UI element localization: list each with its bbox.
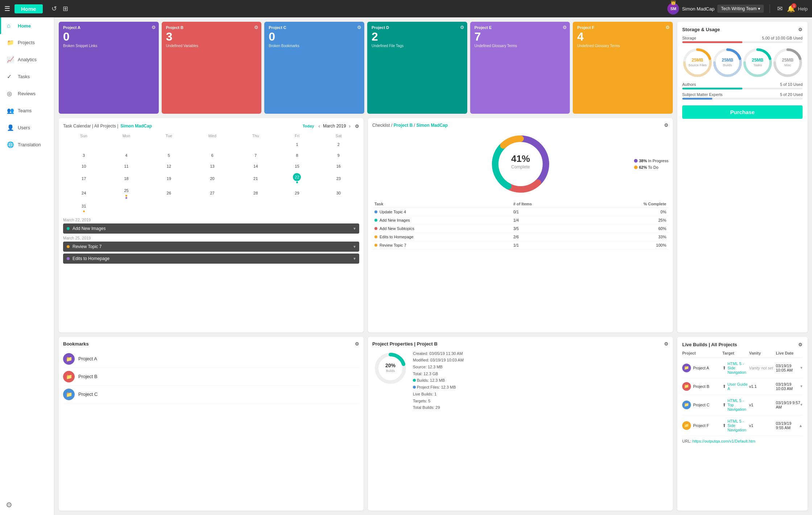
- refresh-button[interactable]: ↺: [50, 3, 58, 14]
- cal-date-cell[interactable]: 15: [276, 161, 318, 172]
- bookmark-item-project-b[interactable]: 📁 Project B: [63, 368, 359, 386]
- cal-today-btn[interactable]: Today: [303, 124, 314, 128]
- sidebar-item-reviews[interactable]: ◎ Reviews: [0, 85, 54, 102]
- cal-date-cell[interactable]: 27: [190, 185, 235, 201]
- cal-date: 31: [80, 202, 88, 210]
- lb-target-link[interactable]: HTML 5 - Side Navigation: [728, 361, 749, 374]
- proj-card-gear[interactable]: ⚙: [666, 25, 670, 30]
- sidebar-item-teams[interactable]: 👥 Teams: [0, 102, 54, 119]
- purchase-button[interactable]: Purchase: [682, 105, 803, 119]
- lb-target-link[interactable]: HTML 5 - Side Navigation: [728, 419, 749, 432]
- cal-next-btn[interactable]: ›: [347, 122, 352, 130]
- proj-card-gear[interactable]: ⚙: [563, 25, 567, 30]
- storage-gear-icon[interactable]: ⚙: [798, 27, 803, 32]
- sidebar-item-translation[interactable]: 🌐 Translation: [0, 136, 54, 153]
- lb-expand-icon[interactable]: ▾: [800, 365, 803, 370]
- props-gear-icon[interactable]: ⚙: [664, 341, 668, 347]
- cal-date-cell[interactable]: 29: [276, 185, 318, 201]
- cal-date-cell[interactable]: 4: [104, 150, 148, 161]
- cal-date-cell[interactable]: 1: [276, 139, 318, 150]
- cal-date-cell[interactable]: 9: [318, 150, 359, 161]
- cal-date-cell[interactable]: 10: [63, 161, 104, 172]
- cal-date-cell[interactable]: 20: [190, 172, 235, 185]
- bookmarks-list: 📁 Project A 📁 Project B 📁 Project C: [63, 350, 359, 403]
- cal-prev-btn[interactable]: ‹: [317, 122, 322, 130]
- project-card-project-a[interactable]: ⚙ Project A 0 Broken Snippet Links: [59, 22, 159, 114]
- lb-target-icon: ⬆: [722, 365, 726, 370]
- translation-icon: 🌐: [7, 141, 14, 148]
- sidebar-item-users[interactable]: 👤 Users: [0, 119, 54, 136]
- cal-date-cell[interactable]: 24: [63, 185, 104, 201]
- bookmark-item-project-a[interactable]: 📁 Project A: [63, 350, 359, 368]
- cal-date-cell[interactable]: 8: [276, 150, 318, 161]
- cal-date: 18: [123, 175, 130, 183]
- cal-date-cell[interactable]: 3: [63, 150, 104, 161]
- project-card-project-f[interactable]: ⚙ Project F 4 Undefined Glossary Terms: [573, 22, 673, 114]
- lb-expand-icon[interactable]: ▾: [800, 402, 803, 407]
- menu-icon[interactable]: ☰: [4, 5, 10, 13]
- live-builds-gear-icon[interactable]: ⚙: [798, 342, 803, 347]
- cal-date-cell[interactable]: 16: [318, 161, 359, 172]
- proj-card-gear[interactable]: ⚙: [152, 25, 156, 30]
- help-button[interactable]: Help: [798, 6, 808, 12]
- cal-date-cell[interactable]: 17: [63, 172, 104, 185]
- cal-date-cell[interactable]: 21: [235, 172, 276, 185]
- cal-date-cell[interactable]: 18: [104, 172, 148, 185]
- cal-date-cell[interactable]: 25: [104, 185, 148, 201]
- cal-gear-icon[interactable]: ⚙: [355, 123, 359, 129]
- task-item-2[interactable]: Edits to Homepage ▾: [63, 254, 359, 264]
- sidebar-item-projects[interactable]: 📁 Projects: [0, 34, 54, 51]
- task-chevron-icon[interactable]: ▾: [353, 226, 356, 231]
- lb-expand-icon[interactable]: ▲: [799, 423, 803, 428]
- cal-date-cell[interactable]: 12: [148, 161, 190, 172]
- task-item-1[interactable]: Review Topic 7 ▾: [63, 242, 359, 252]
- notification-button[interactable]: 🔔 1: [787, 5, 795, 13]
- home-title[interactable]: Home: [14, 4, 43, 13]
- cal-date-cell[interactable]: 11: [104, 161, 148, 172]
- task-chevron-icon[interactable]: ▾: [353, 256, 356, 261]
- svg-text:25MB: 25MB: [691, 58, 703, 63]
- mail-icon[interactable]: ✉: [776, 3, 784, 14]
- project-card-project-e[interactable]: ⚙ Project E 7 Undefined Glossary Terms: [470, 22, 570, 114]
- cal-date: 12: [165, 162, 173, 170]
- task-item-0[interactable]: Add New Images ▾: [63, 223, 359, 234]
- cal-date-cell[interactable]: 5: [148, 150, 190, 161]
- cal-date-cell[interactable]: 13: [190, 161, 235, 172]
- cal-date-cell[interactable]: 31: [63, 201, 104, 214]
- project-card-project-d[interactable]: ⚙ Project D 2 Undefined File Tags: [367, 22, 467, 114]
- top-nav: ☰ Home ↺ ⊞ 👑 SM Simon MadCap Tech Writin…: [0, 0, 812, 17]
- lb-expand-icon[interactable]: ▾: [800, 384, 803, 389]
- sidebar-item-tasks[interactable]: ✓ Tasks: [0, 68, 54, 85]
- cal-date-cell[interactable]: 2: [318, 139, 359, 150]
- sidebar-item-analytics[interactable]: 📈 Analytics: [0, 51, 54, 68]
- settings-icon[interactable]: ⚙: [6, 501, 12, 509]
- project-card-project-c[interactable]: ⚙ Project C 0 Broken Bookmarks: [264, 22, 364, 114]
- proj-card-gear[interactable]: ⚙: [254, 25, 258, 30]
- bookmarks-gear-icon[interactable]: ⚙: [355, 341, 359, 347]
- new-tab-button[interactable]: ⊞: [61, 3, 70, 14]
- project-card-project-b[interactable]: ⚙ Project B 3 Undefined Variables: [162, 22, 262, 114]
- lb-output-url[interactable]: https://outputqa.com/v1/Default.htm: [692, 439, 755, 443]
- live-builds-title: Live Builds | All Projects: [682, 342, 737, 347]
- bookmark-item-project-c[interactable]: 📁 Project C: [63, 386, 359, 403]
- proj-card-gear[interactable]: ⚙: [460, 25, 464, 30]
- proj-card-gear[interactable]: ⚙: [357, 25, 361, 30]
- cal-date-cell[interactable]: 26: [148, 185, 190, 201]
- cal-date-cell[interactable]: 23: [318, 172, 359, 185]
- cal-date-cell[interactable]: 28: [235, 185, 276, 201]
- cal-date-cell[interactable]: 6: [190, 150, 235, 161]
- lb-row-project-a: 📁 Project A ⬆ HTML 5 - Side Navigation V…: [682, 358, 803, 378]
- cal-date-cell[interactable]: 14: [235, 161, 276, 172]
- cal-date-cell[interactable]: 7: [235, 150, 276, 161]
- cal-date-cell[interactable]: 30: [318, 185, 359, 201]
- cal-user-link[interactable]: Simon MadCap: [120, 123, 152, 129]
- cal-date-cell[interactable]: 22: [276, 172, 318, 185]
- sidebar-item-home[interactable]: ⌂ Home: [0, 17, 54, 34]
- cal-date-cell[interactable]: 19: [148, 172, 190, 185]
- lb-target-link[interactable]: User Guide A: [728, 382, 749, 391]
- task-chevron-icon[interactable]: ▾: [353, 244, 356, 249]
- sme-label: Subject Matter Experts: [682, 92, 722, 97]
- lb-target-link[interactable]: HTML 5 - Top Navigation: [728, 398, 749, 411]
- checklist-gear-icon[interactable]: ⚙: [664, 122, 668, 128]
- team-name-dropdown[interactable]: Tech Writing Team ▾: [717, 5, 764, 13]
